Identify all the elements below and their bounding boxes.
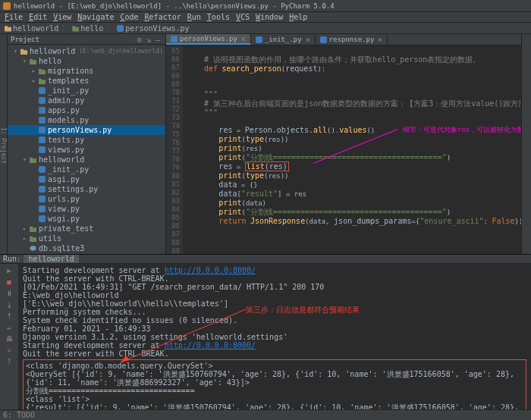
menu-navigate[interactable]: Navigate xyxy=(77,13,114,21)
breadcrumb: helloworld〉hello〉personViews.py xyxy=(0,23,531,34)
menu-window[interactable]: Window xyxy=(256,13,283,21)
run-config-tab[interactable]: helloworld xyxy=(24,255,78,263)
run-toolbar: ▶ ■ ⏸ ⭳ ⭱ ↵ 🖶 ✕ ? xyxy=(0,264,18,420)
right-gutter xyxy=(521,34,531,254)
project-header-title: Project xyxy=(11,36,135,43)
close-tab-icon[interactable]: × xyxy=(241,35,246,43)
hide-icon[interactable]: — xyxy=(156,36,162,42)
editor-area: personViews.py×_init_.py×response.py× 65… xyxy=(166,34,531,254)
close-icon[interactable]: ✕ xyxy=(5,346,14,354)
app-logo-icon xyxy=(3,2,11,10)
menu-view[interactable]: View xyxy=(53,13,71,21)
tree-item-utils[interactable]: ▸utils xyxy=(8,234,165,243)
breadcrumb-item[interactable]: personViews.py xyxy=(117,24,189,33)
tree-item-wsgi-py[interactable]: wsgi.py xyxy=(8,214,165,224)
tree-item-personViews-py[interactable]: personViews.py xyxy=(8,125,165,135)
run-header: Run: helloworld xyxy=(0,255,531,264)
code-annotation: 细节：可迭代对象res，可以被转化为数据类型为列表的数据类型 xyxy=(403,126,501,134)
tree-item-_init_-py[interactable]: _init_.py xyxy=(8,86,165,96)
run-tool-window: Run: helloworld ▶ ■ ⏸ ⭳ ⭱ ↵ 🖶 ✕ ? Starti… xyxy=(0,254,531,417)
up-icon[interactable]: ⭱ xyxy=(5,312,14,320)
collapse-icon[interactable]: ⇲ xyxy=(146,36,153,42)
editor-tabs: personViews.py×_init_.py×response.py× xyxy=(166,34,531,45)
line-gutter: 6566676869707172737475767778798081828384… xyxy=(166,45,183,254)
tree-item-helloworld[interactable]: ▾helloworld xyxy=(8,155,165,165)
tree-item-migrations[interactable]: ▸migrations xyxy=(8,66,165,76)
menu-bar: FileEditViewNavigateCodeRefactorRunTools… xyxy=(0,12,531,23)
project-header: Project ⚙ ⇲ — xyxy=(8,34,165,45)
print-icon[interactable]: 🖶 xyxy=(5,334,14,343)
help-icon[interactable]: ? xyxy=(5,357,14,365)
pause-icon[interactable]: ⏸ xyxy=(5,289,14,297)
menu-refactor[interactable]: Refactor xyxy=(145,13,181,21)
tree-item-private_test[interactable]: ▸private_test xyxy=(8,224,165,234)
tree-item-views-py[interactable]: views.py xyxy=(8,145,165,155)
project-tool-window: Project ⚙ ⇲ — ▾helloworld(E:\web_djo\hel… xyxy=(8,34,166,254)
console-annotation: 第三步：日志信息都符合预期结果 xyxy=(246,306,360,314)
title-bar: helloworld - [E:\web_djo\helloworld] - .… xyxy=(0,0,531,12)
close-tab-icon[interactable]: × xyxy=(306,36,310,44)
editor-tab[interactable]: _init_.py× xyxy=(251,34,316,45)
tree-item-templates[interactable]: ▸templates xyxy=(8,76,165,86)
menu-edit[interactable]: Edit xyxy=(29,13,47,21)
menu-tools[interactable]: Tools xyxy=(207,13,230,21)
settings-icon[interactable]: ⚙ xyxy=(137,36,144,42)
tree-item-urls-py[interactable]: urls.py xyxy=(8,194,165,204)
down-icon[interactable]: ⭳ xyxy=(5,300,14,309)
menu-file[interactable]: File xyxy=(5,13,23,21)
status-todo[interactable]: 6: TODO xyxy=(3,411,35,419)
tree-item-models-py[interactable]: models.py xyxy=(8,115,165,125)
left-gutter-project-tab[interactable]: 1: Project xyxy=(0,34,8,254)
tree-item-settings-py[interactable]: settings.py xyxy=(8,184,165,194)
tree-item-asgi-py[interactable]: asgi.py xyxy=(8,174,165,184)
tree-item-_init_-py[interactable]: _init_.py xyxy=(8,165,165,174)
menu-vcs[interactable]: VCS xyxy=(236,13,250,21)
tree-item-db-sqlite3[interactable]: db.sqlite3 xyxy=(8,243,165,253)
tree-item-helloworld[interactable]: ▾helloworld(E:\web_djo\helloworld) xyxy=(8,46,165,56)
tree-item-apps-py[interactable]: apps.py xyxy=(8,105,165,115)
close-tab-icon[interactable]: × xyxy=(378,36,382,44)
rerun-icon[interactable]: ▶ xyxy=(5,266,14,274)
editor-tab[interactable]: response.py× xyxy=(316,34,388,45)
status-bar: 6: TODO xyxy=(0,409,531,420)
code-body[interactable]: # 说明视图函数的作用，接哪个路由条件；并获取hello_person表指定的数… xyxy=(183,45,531,254)
console-output[interactable]: Starting development server at http://0.… xyxy=(18,264,531,420)
editor-tab[interactable]: personViews.py× xyxy=(166,34,251,45)
project-tree: ▾helloworld(E:\web_djo\helloworld)▾hello… xyxy=(8,45,165,254)
menu-run[interactable]: Run xyxy=(187,13,201,21)
window-title: helloworld - [E:\web_djo\helloworld] - .… xyxy=(14,2,335,10)
code-editor[interactable]: 6566676869707172737475767778798081828384… xyxy=(166,45,531,254)
tree-item-admin-py[interactable]: admin.py xyxy=(8,96,165,105)
tree-item-tests-py[interactable]: tests.py xyxy=(8,135,165,145)
stop-icon[interactable]: ■ xyxy=(5,277,14,286)
menu-help[interactable]: Help xyxy=(289,13,307,21)
tree-item-view-py[interactable]: view.py xyxy=(8,204,165,214)
menu-code[interactable]: Code xyxy=(120,13,138,21)
tree-item-manage-py[interactable]: manage.py xyxy=(8,253,165,254)
wrap-icon[interactable]: ↵ xyxy=(5,323,14,331)
run-title: Run xyxy=(3,255,17,263)
breadcrumb-item[interactable]: helloworld xyxy=(5,24,58,33)
breadcrumb-item[interactable]: hello xyxy=(72,24,103,33)
tree-item-hello[interactable]: ▾hello xyxy=(8,56,165,66)
